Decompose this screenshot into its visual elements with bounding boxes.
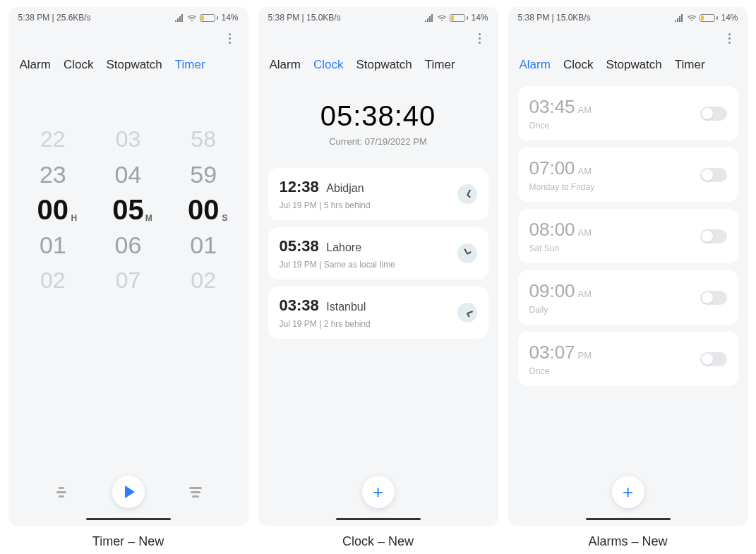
picker-cell: 07	[116, 263, 141, 298]
nav-handle[interactable]	[586, 518, 671, 520]
picker-cell: 04	[115, 157, 142, 192]
alarm-toggle[interactable]	[700, 107, 727, 121]
sound-icon[interactable]	[53, 487, 70, 498]
tab-alarm[interactable]: Alarm	[520, 58, 551, 72]
battery-icon	[450, 14, 468, 22]
alarm-toggle[interactable]	[700, 352, 727, 366]
city-name: Abidjan	[326, 182, 364, 194]
tab-timer[interactable]: Timer	[175, 58, 205, 72]
city-time: 03:38	[280, 296, 319, 314]
signal-icon	[674, 14, 684, 22]
tab-clock[interactable]: Clock	[563, 58, 594, 72]
alarm-ampm: AM	[578, 166, 592, 176]
city-card[interactable]: 03:38 Istanbul Jul 19 PM | 2 hrs behind	[268, 287, 488, 339]
caption: Alarms – New	[508, 534, 748, 549]
alarm-card[interactable]: 09:00AMDaily	[518, 270, 738, 325]
battery-pct: 14%	[721, 13, 738, 23]
tab-timer[interactable]: Timer	[425, 58, 455, 72]
picker-cell-selected: 00	[188, 192, 220, 227]
alarm-time: 07:00	[529, 157, 575, 179]
picker-cell: 22	[40, 121, 66, 157]
unit-seconds: S	[222, 213, 227, 223]
picker-cell: 03	[116, 121, 141, 157]
tab-clock[interactable]: Clock	[64, 58, 94, 72]
tab-stopwatch[interactable]: Stopwatch	[356, 58, 412, 72]
clock-icon	[457, 303, 477, 323]
tab-alarm[interactable]: Alarm	[270, 58, 301, 72]
tab-alarm[interactable]: Alarm	[20, 58, 51, 72]
alarm-time: 09:00	[529, 280, 575, 301]
city-card[interactable]: 12:38 Abidjan Jul 19 PM | 5 hrs behind	[268, 168, 488, 220]
tab-bar: Alarm Clock Stopwatch Timer	[258, 51, 498, 79]
add-city-button[interactable]: +	[362, 476, 395, 508]
hours-column[interactable]: 22 23 00 01 02 H	[37, 121, 69, 298]
screen-timer: 5:38 PM | 25.6KB/s 14% Alarm Clock Stopw…	[8, 7, 248, 526]
wifi-icon	[187, 14, 197, 22]
screen-alarms: 5:38 PM | 15.0KB/s 14% Alarm Clock Stopw…	[508, 7, 748, 526]
clock-date: Current: 07/19/2022 PM	[265, 136, 491, 147]
presets-icon[interactable]	[187, 487, 204, 498]
alarm-ampm: AM	[578, 289, 592, 299]
tab-stopwatch[interactable]: Stopwatch	[606, 58, 661, 72]
alarm-card[interactable]: 03:45AMOnce	[518, 86, 738, 140]
tab-bar: Alarm Clock Stopwatch Timer	[8, 51, 248, 79]
tab-stopwatch[interactable]: Stopwatch	[106, 58, 162, 72]
city-time: 12:38	[280, 178, 319, 195]
screen-clock: 5:38 PM | 15.0KB/s 14% Alarm Clock Stopw…	[258, 7, 498, 526]
more-icon[interactable]	[222, 30, 239, 47]
wifi-icon	[687, 14, 697, 22]
seconds-column[interactable]: 58 59 00 01 02 S	[188, 121, 220, 298]
picker-cell: 01	[40, 227, 66, 263]
alarm-card[interactable]: 07:00AMMonday to Friday	[518, 147, 738, 202]
picker-cell: 23	[40, 157, 66, 192]
nav-handle[interactable]	[336, 518, 421, 520]
alarm-repeat: Sat Sun	[529, 243, 592, 253]
city-sub: Jul 19 PM | Same as local time	[280, 260, 396, 270]
status-left: 5:38 PM | 15.0KB/s	[268, 13, 341, 23]
alarm-repeat: Once	[529, 121, 592, 131]
picker-cell-selected: 00	[37, 192, 69, 227]
status-right: 14%	[424, 13, 488, 23]
minutes-column[interactable]: 03 04 05 06 07 M	[112, 121, 144, 298]
alarm-repeat: Once	[529, 366, 592, 376]
clock-time: 05:38:40	[265, 100, 491, 132]
alarm-toggle[interactable]	[700, 291, 727, 305]
tab-clock[interactable]: Clock	[313, 58, 344, 72]
battery-icon	[200, 14, 218, 22]
statusbar: 5:38 PM | 15.0KB/s 14%	[258, 7, 498, 25]
timer-picker[interactable]: 22 23 00 01 02 H 03 04 05 06 07 M 58 59 …	[16, 121, 241, 298]
alarm-card[interactable]: 08:00AMSat Sun	[518, 209, 738, 263]
picker-cell: 59	[190, 157, 217, 192]
more-icon[interactable]	[721, 30, 738, 47]
alarm-toggle[interactable]	[700, 168, 727, 182]
alarm-toggle[interactable]	[700, 229, 727, 243]
nav-handle[interactable]	[86, 518, 171, 520]
more-icon[interactable]	[472, 30, 488, 47]
tab-bar: Alarm Clock Stopwatch Timer	[508, 51, 748, 79]
status-left: 5:38 PM | 25.6KB/s	[18, 13, 91, 23]
alarm-time: 03:07	[529, 342, 575, 363]
bottom-bar	[8, 460, 248, 518]
add-alarm-button[interactable]: +	[612, 476, 644, 508]
battery-icon	[700, 14, 718, 22]
alarm-ampm: AM	[578, 104, 592, 115]
signal-icon	[174, 14, 184, 22]
clock-icon	[457, 184, 477, 204]
alarm-repeat: Daily	[529, 305, 592, 315]
city-card[interactable]: 05:38 Lahore Jul 19 PM | Same as local t…	[268, 227, 488, 279]
alarm-ampm: AM	[578, 227, 592, 238]
city-name: Lahore	[326, 241, 361, 253]
alarm-card[interactable]: 03:07PMOnce	[518, 332, 738, 386]
picker-cell-selected: 05	[112, 192, 144, 227]
status-left: 5:38 PM | 15.0KB/s	[518, 13, 591, 23]
wifi-icon	[437, 14, 447, 22]
statusbar: 5:38 PM | 15.0KB/s 14%	[508, 7, 748, 25]
unit-minutes: M	[145, 213, 152, 223]
alarm-time: 03:45	[529, 96, 575, 117]
statusbar: 5:38 PM | 25.6KB/s 14%	[8, 7, 248, 25]
city-time: 05:38	[280, 237, 319, 255]
status-right: 14%	[174, 13, 238, 23]
tab-timer[interactable]: Timer	[675, 58, 705, 72]
start-button[interactable]	[112, 476, 145, 508]
alarm-time: 08:00	[529, 219, 575, 240]
